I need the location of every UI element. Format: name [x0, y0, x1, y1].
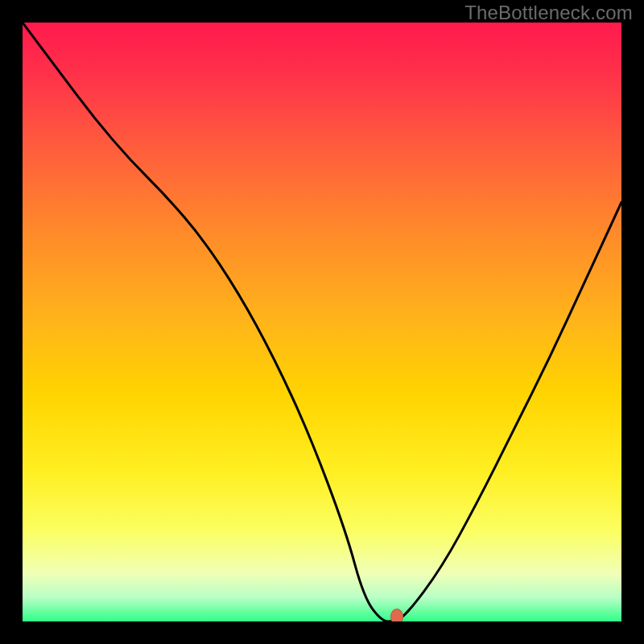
watermark-text: TheBottleneck.com [464, 2, 633, 24]
plot-area [23, 23, 621, 621]
chart-frame: TheBottleneck.com [0, 0, 644, 644]
bottleneck-curve [23, 23, 621, 621]
optimum-marker [390, 609, 403, 621]
curve-path [23, 23, 621, 621]
